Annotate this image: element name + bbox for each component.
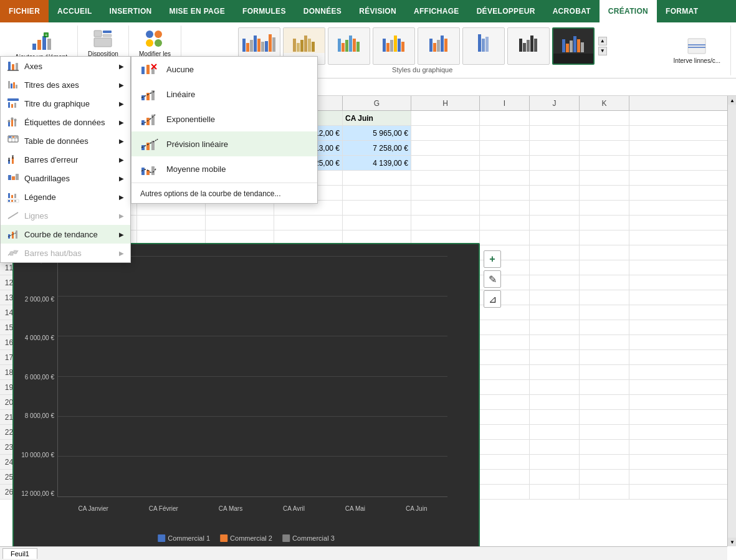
menu-item-etiquettes[interactable]: Étiquettes de données ▶	[1, 113, 130, 131]
chart-style-7[interactable]	[507, 27, 550, 65]
cell-r15-c8[interactable]	[530, 320, 580, 335]
cell-r17-c9[interactable]	[580, 350, 629, 364]
cell-r25-c8[interactable]	[530, 470, 580, 484]
cell-r9-c8[interactable]	[530, 230, 580, 245]
menu-item-axes[interactable]: Axes ▶	[1, 57, 130, 75]
interv-lines-button[interactable]: Interve linnes/c...	[668, 34, 725, 67]
cell-r8-c9[interactable]	[580, 216, 629, 230]
cell-r8-c7[interactable]	[480, 216, 530, 230]
chart-style-button[interactable]: ✎	[484, 270, 501, 288]
cell-r8-c3[interactable]	[206, 216, 274, 230]
cell-r23-c7[interactable]	[480, 440, 530, 454]
cell-r22-c9[interactable]	[580, 425, 629, 439]
tab-donnees[interactable]: DONNÉES	[295, 0, 350, 22]
cell-r1-c8[interactable]	[530, 111, 580, 125]
cell-r9-c9[interactable]	[580, 230, 629, 245]
cell-r8-c5[interactable]	[343, 216, 411, 230]
menu-item-barres-erreur[interactable]: Barres d'erreur ▶	[1, 150, 130, 169]
cell-r4-c5[interactable]: 4 139,00 €	[343, 156, 411, 170]
cell-r26-c7[interactable]	[480, 485, 530, 499]
cell-r15-c7[interactable]	[480, 320, 530, 335]
trendline-prevision-lineaire[interactable]: Prévision linéaire	[131, 131, 317, 156]
menu-item-titres-axes[interactable]: Titres des axes ▶	[1, 75, 130, 94]
menu-item-legende[interactable]: Légende ▶	[1, 187, 130, 206]
cell-r21-c7[interactable]	[480, 410, 530, 424]
cell-r2-c9[interactable]	[580, 126, 629, 140]
tab-accueil[interactable]: ACCUEIL	[49, 0, 100, 22]
cell-r19-c9[interactable]	[580, 380, 629, 394]
chart-style-3[interactable]	[328, 27, 370, 65]
cell-r2-c5[interactable]: 5 965,00 €	[343, 126, 411, 140]
cell-r6-c6[interactable]	[411, 186, 480, 200]
cell-r1-c6[interactable]	[411, 111, 480, 125]
cell-r24-c8[interactable]	[530, 455, 580, 469]
cell-r26-c9[interactable]	[580, 485, 629, 499]
cell-r5-c9[interactable]	[580, 171, 629, 185]
cell-r3-c5[interactable]: 7 258,00 €	[343, 141, 411, 155]
chart-container[interactable]: 12 000,00 € 10 000,00 € 8 000,00 € 6 000…	[12, 243, 480, 546]
tab-revision[interactable]: RÉVISION	[350, 0, 405, 22]
cell-r4-c8[interactable]	[530, 156, 580, 170]
cell-r2-c7[interactable]	[480, 126, 530, 140]
cell-r20-c8[interactable]	[530, 395, 580, 409]
scroll-thumb[interactable]	[728, 105, 736, 538]
cell-r18-c7[interactable]	[480, 365, 530, 379]
cell-r2-c6[interactable]	[411, 126, 480, 140]
scroll-up-btn[interactable]: ▲	[728, 96, 736, 105]
tab-mise-en-page[interactable]: MISE EN PAGE	[161, 0, 234, 22]
tab-format[interactable]: FORMAT	[657, 0, 707, 22]
col-header-i[interactable]: I	[480, 96, 530, 110]
chart-add-element-button[interactable]: +	[484, 250, 501, 268]
cell-r4-c9[interactable]	[580, 156, 629, 170]
cell-r24-c7[interactable]	[480, 455, 530, 469]
tab-formules[interactable]: FORMULES	[234, 0, 295, 22]
tab-developpeur[interactable]: DÉVELOPPEUR	[468, 0, 544, 22]
cell-r13-c9[interactable]	[580, 290, 629, 305]
cell-r5-c5[interactable]	[343, 171, 411, 185]
cell-r22-c8[interactable]	[530, 425, 580, 439]
menu-item-table-donnees[interactable]: Table de données ▶	[1, 131, 130, 150]
cell-r6-c8[interactable]	[530, 186, 580, 200]
chart-styles-scroll[interactable]: ▲ ▼	[598, 37, 607, 55]
cell-r11-c9[interactable]	[580, 260, 629, 275]
col-header-k[interactable]: K	[580, 96, 629, 110]
cell-r12-c8[interactable]	[530, 275, 580, 290]
cell-r9-c7[interactable]	[480, 230, 530, 245]
cell-r2-c8[interactable]	[530, 126, 580, 140]
cell-r11-c8[interactable]	[530, 260, 580, 275]
cell-r6-c9[interactable]	[580, 186, 629, 200]
chart-style-4[interactable]	[373, 27, 415, 65]
cell-r5-c8[interactable]	[530, 171, 580, 185]
cell-r16-c7[interactable]	[480, 335, 530, 349]
cell-r23-c9[interactable]	[580, 440, 629, 454]
cell-r14-c8[interactable]	[530, 305, 580, 320]
cell-r19-c8[interactable]	[530, 380, 580, 394]
cell-r15-c9[interactable]	[580, 320, 629, 335]
cell-r5-c7[interactable]	[480, 171, 530, 185]
cell-r24-c9[interactable]	[580, 455, 629, 469]
scroll-down-btn[interactable]: ▼	[728, 538, 736, 546]
menu-item-quadrillages[interactable]: Quadrillages ▶	[1, 169, 130, 187]
cell-r16-c9[interactable]	[580, 335, 629, 349]
cell-r25-c9[interactable]	[580, 470, 629, 484]
cell-r21-c8[interactable]	[530, 410, 580, 424]
cell-r18-c8[interactable]	[530, 365, 580, 379]
cell-r7-c7[interactable]	[480, 201, 530, 215]
cell-r19-c7[interactable]	[480, 380, 530, 394]
cell-r4-c6[interactable]	[411, 156, 480, 170]
cell-r1-c9[interactable]	[580, 111, 629, 125]
trendline-moyenne-mobile[interactable]: Moyenne mobile	[131, 156, 317, 181]
chart-style-6[interactable]	[462, 27, 505, 65]
menu-item-courbe-tendance[interactable]: Courbe de tendance ▶	[1, 225, 130, 244]
cell-r17-c7[interactable]	[480, 350, 530, 364]
cell-r17-c8[interactable]	[530, 350, 580, 364]
vertical-scrollbar[interactable]: ▲ ▼	[727, 96, 736, 546]
menu-item-titre-graphique[interactable]: Titre du graphique ▶	[1, 94, 130, 113]
col-header-h[interactable]: H	[411, 96, 480, 110]
cell-r20-c9[interactable]	[580, 395, 629, 409]
cell-r8-c6[interactable]	[411, 216, 480, 230]
cell-r14-c9[interactable]	[580, 305, 629, 320]
cell-r10-c9[interactable]	[580, 245, 629, 260]
cell-r7-c5[interactable]	[343, 201, 411, 215]
cell-r21-c9[interactable]	[580, 410, 629, 424]
